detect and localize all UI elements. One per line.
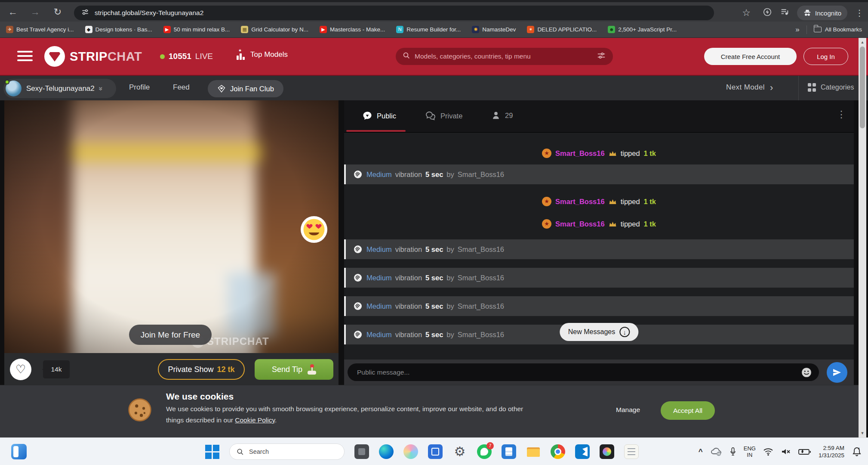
cookie-banner: We use cookies We use cookies to provide… xyxy=(0,385,859,437)
live-label: LIVE xyxy=(195,52,213,61)
join-fan-club-button[interactable]: Join Fan Club xyxy=(208,80,283,97)
star-badge-icon: ★ xyxy=(542,219,551,229)
header-search[interactable] xyxy=(396,48,613,65)
page-scrollbar[interactable]: ▲ ▼ xyxy=(859,38,866,437)
vibration-username[interactable]: Smart_Boss16 xyxy=(458,331,504,339)
forward-icon[interactable]: → xyxy=(27,6,44,18)
bookmark-item[interactable]: ✺ NamasteDev xyxy=(472,26,516,33)
next-model-button[interactable]: Next Model › xyxy=(726,83,773,92)
vibration-username[interactable]: Smart_Boss16 xyxy=(458,245,504,254)
emoji-picker-icon[interactable] xyxy=(801,367,812,378)
edge-icon[interactable] xyxy=(379,444,394,459)
chat-menu-icon[interactable]: ⋮ xyxy=(837,109,846,120)
bookmark-label: DELED APPLICATIO... xyxy=(537,26,597,33)
photos-app-icon[interactable] xyxy=(600,444,614,459)
settings-gear-icon[interactable]: ⚙ xyxy=(452,444,467,459)
performance-icon[interactable] xyxy=(763,7,772,19)
tab-feed[interactable]: Feed xyxy=(173,83,190,92)
clock[interactable]: 2:59 AM 1/31/2025 xyxy=(819,444,844,459)
categories-button[interactable]: Categories xyxy=(808,83,854,92)
bookmark-item[interactable]: N Resume Builder for... xyxy=(396,26,461,33)
bookmark-item[interactable]: ▶ Masterclass - Make... xyxy=(320,26,385,33)
language-indicator[interactable]: ENG IN xyxy=(744,445,756,458)
tip-verb: tipped xyxy=(621,198,640,206)
back-icon[interactable]: ← xyxy=(4,6,22,18)
chrome-icon[interactable] xyxy=(551,444,565,459)
bookmark-label: Best Travel Agency i... xyxy=(16,26,74,33)
send-tip-button[interactable]: Send Tip xyxy=(255,359,333,380)
top-models-button[interactable]: Top Models xyxy=(236,50,288,60)
hamburger-menu-icon[interactable] xyxy=(17,51,33,61)
accept-all-button[interactable]: Accept All xyxy=(661,401,715,420)
cookie-policy-link[interactable]: Cookie Policy xyxy=(235,416,275,424)
bookmark-favicon: ▶ xyxy=(163,26,171,33)
scroll-up-icon[interactable]: ▲ xyxy=(859,39,866,46)
search-filters-icon[interactable] xyxy=(597,51,606,62)
model-bar: Sexy-Telugunayana2 « Profile Feed Join F… xyxy=(0,75,868,100)
header-search-input[interactable] xyxy=(415,53,592,60)
scroll-down-icon[interactable]: ▼ xyxy=(859,430,866,437)
next-model-label: Next Model xyxy=(726,83,765,92)
create-account-button[interactable]: Create Free Account xyxy=(704,48,797,65)
join-me-for-free-button[interactable]: Join Me for Free xyxy=(129,325,212,345)
tip-username[interactable]: Smart_Boss16 xyxy=(555,198,605,206)
bookmark-item[interactable]: ☻ 2,500+ JavaScript Pr... xyxy=(608,26,677,33)
copilot-icon[interactable] xyxy=(403,444,418,459)
site-info-icon[interactable] xyxy=(81,8,89,18)
bookmark-item[interactable]: ▶ 50 min mind relax B... xyxy=(163,26,230,33)
vibration-username[interactable]: Smart_Boss16 xyxy=(458,302,504,310)
stripchat-logo[interactable] xyxy=(44,46,65,67)
app-window-icon[interactable] xyxy=(354,444,369,459)
tab-members[interactable]: 29 xyxy=(491,111,513,120)
notepad-icon[interactable] xyxy=(624,444,639,459)
whatsapp-icon[interactable]: 7 xyxy=(477,444,492,459)
bookmark-item[interactable]: ✶ DELED APPLICATIO... xyxy=(527,26,597,33)
bookmark-item[interactable]: ✈ Best Travel Agency i... xyxy=(6,26,74,33)
model-name-dropdown[interactable]: Sexy-Telugunayana2 « xyxy=(3,79,116,98)
manage-cookies-button[interactable]: Manage xyxy=(616,406,640,414)
vibration-word: vibration xyxy=(395,170,422,179)
like-button[interactable]: ♡ xyxy=(10,359,31,380)
calculator-icon[interactable] xyxy=(502,444,516,459)
bookmark-item[interactable]: ◆ Design tokens · Bas... xyxy=(85,26,152,33)
onedrive-icon[interactable] xyxy=(710,447,722,456)
tip-username[interactable]: Smart_Boss16 xyxy=(555,149,605,158)
url-bar[interactable]: stripchat.global/Sexy-Telugunayana2 xyxy=(74,6,714,20)
top-models-label: Top Models xyxy=(250,50,288,59)
vibration-username[interactable]: Smart_Boss16 xyxy=(458,274,504,282)
vscode-icon[interactable] xyxy=(575,444,590,459)
vibration-username[interactable]: Smart_Boss16 xyxy=(458,170,504,179)
private-show-button[interactable]: Private Show 12 tk xyxy=(158,359,245,380)
notification-bell-icon[interactable]: z xyxy=(852,446,862,457)
file-explorer-icon[interactable] xyxy=(526,444,541,459)
all-bookmarks-button[interactable]: All Bookmarks xyxy=(814,26,862,33)
live-video-player[interactable]: STRIPCHAT Join Me for Free xyxy=(4,100,339,353)
volume-muted-icon[interactable] xyxy=(781,447,791,456)
send-message-button[interactable] xyxy=(827,362,847,383)
tray-chevron-icon[interactable]: ^ xyxy=(699,447,703,456)
battery-saver-icon[interactable] xyxy=(798,448,811,456)
tab-private[interactable]: Private xyxy=(425,111,462,121)
tab-public[interactable]: Public xyxy=(362,111,396,121)
likes-count-badge: 14k xyxy=(43,360,70,378)
bookmark-item[interactable]: ▦ Grid Calculator by N... xyxy=(241,26,308,33)
media-controls-icon[interactable] xyxy=(780,7,789,19)
bookmarks-overflow-icon[interactable]: » xyxy=(795,25,799,34)
widgets-icon[interactable] xyxy=(11,444,27,459)
bookmark-star-icon[interactable]: ☆ xyxy=(738,7,755,19)
reload-icon[interactable]: ↻ xyxy=(49,6,66,18)
browser-menu-icon[interactable]: ⋮ xyxy=(855,8,864,18)
start-button[interactable] xyxy=(205,444,219,459)
wifi-icon[interactable] xyxy=(763,447,773,456)
login-button[interactable]: Log In xyxy=(803,48,848,65)
microphone-icon[interactable] xyxy=(729,447,736,456)
scrollbar-thumb[interactable] xyxy=(860,46,865,128)
tab-profile[interactable]: Profile xyxy=(129,83,150,92)
new-messages-button[interactable]: New Messages ↓ xyxy=(560,323,638,341)
chat-message-input[interactable] xyxy=(348,363,819,381)
taskbar-search[interactable]: Search xyxy=(229,443,345,460)
language-bottom: IN xyxy=(747,452,752,458)
media-app-icon[interactable] xyxy=(428,444,443,459)
tip-username[interactable]: Smart_Boss16 xyxy=(555,220,605,228)
vibration-by: by xyxy=(446,331,454,339)
